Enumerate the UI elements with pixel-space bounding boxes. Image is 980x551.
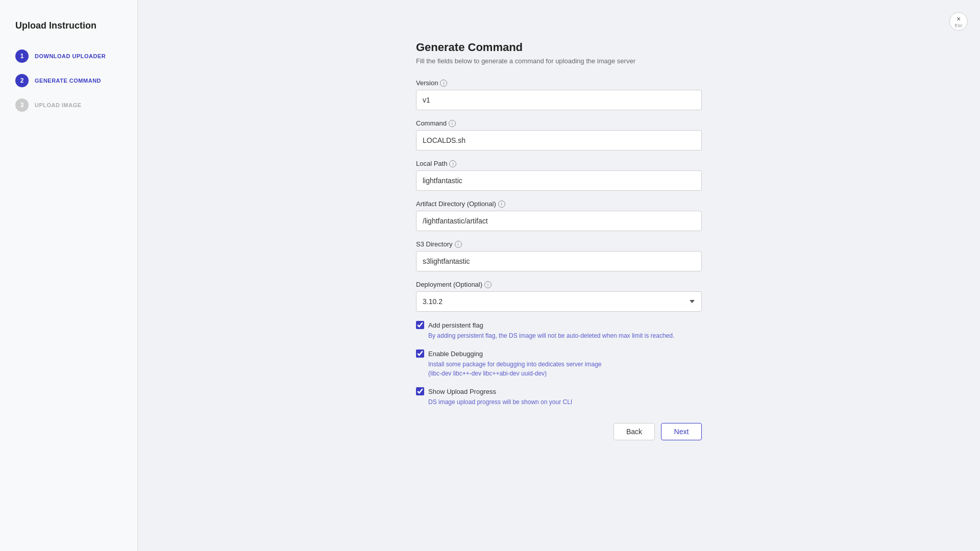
form-subtitle: Fill the fields below to generate a comm… bbox=[416, 57, 702, 65]
local-path-info-icon[interactable]: i bbox=[449, 160, 456, 167]
s3-directory-info-icon[interactable]: i bbox=[455, 241, 462, 248]
debugging-label[interactable]: Enable Debugging bbox=[428, 350, 483, 358]
debugging-group: Enable Debugging Install some package fo… bbox=[416, 349, 702, 378]
artifact-directory-input[interactable] bbox=[416, 211, 702, 231]
local-path-field-group: Local Path i bbox=[416, 160, 702, 191]
sidebar-item-download-uploader[interactable]: 1 DOWNLOAD UPLOADER bbox=[15, 49, 122, 63]
deployment-select[interactable]: 3.10.2 3.10.1 3.10.0 3.9.0 bbox=[416, 291, 702, 312]
back-button[interactable]: Back bbox=[614, 423, 655, 440]
persistent-flag-desc: By adding persistent flag, the DS image … bbox=[428, 331, 702, 340]
form-container: Generate Command Fill the fields below t… bbox=[416, 41, 702, 440]
upload-progress-group: Show Upload Progress DS image upload pro… bbox=[416, 387, 702, 407]
deployment-field-group: Deployment (Optional) i 3.10.2 3.10.1 3.… bbox=[416, 281, 702, 312]
sidebar-item-upload-image[interactable]: 3 UPLOAD IMAGE bbox=[15, 98, 122, 112]
version-input[interactable] bbox=[416, 90, 702, 110]
step-label-1: DOWNLOAD UPLOADER bbox=[35, 53, 106, 59]
debugging-desc: Install some package for debugging into … bbox=[428, 360, 702, 378]
form-title: Generate Command bbox=[416, 41, 702, 54]
artifact-directory-field-group: Artifact Directory (Optional) i bbox=[416, 200, 702, 231]
local-path-input[interactable] bbox=[416, 170, 702, 191]
persistent-flag-checkbox[interactable] bbox=[416, 321, 424, 329]
s3-directory-label: S3 Directory i bbox=[416, 240, 702, 248]
deployment-select-wrapper: 3.10.2 3.10.1 3.10.0 3.9.0 bbox=[416, 291, 702, 312]
step-circle-3: 3 bbox=[15, 98, 29, 112]
persistent-flag-group: Add persistent flag By adding persistent… bbox=[416, 321, 702, 340]
step-circle-2: 2 bbox=[15, 74, 29, 87]
sidebar-title: Upload Instruction bbox=[15, 20, 122, 31]
deployment-label: Deployment (Optional) i bbox=[416, 281, 702, 288]
version-field-group: Version i bbox=[416, 79, 702, 110]
local-path-label: Local Path i bbox=[416, 160, 702, 167]
version-label: Version i bbox=[416, 79, 702, 87]
command-input[interactable] bbox=[416, 130, 702, 151]
button-row: Back Next bbox=[416, 423, 702, 440]
sidebar-item-generate-command[interactable]: 2 GENERATE COMMAND bbox=[15, 74, 122, 87]
persistent-flag-row: Add persistent flag bbox=[416, 321, 702, 329]
step-circle-1: 1 bbox=[15, 49, 29, 63]
version-info-icon[interactable]: i bbox=[440, 80, 447, 87]
upload-progress-checkbox[interactable] bbox=[416, 387, 424, 395]
artifact-directory-info-icon[interactable]: i bbox=[498, 201, 505, 208]
command-label: Command i bbox=[416, 119, 702, 127]
artifact-directory-label: Artifact Directory (Optional) i bbox=[416, 200, 702, 208]
step-label-3: UPLOAD IMAGE bbox=[35, 102, 82, 108]
step-label-2: GENERATE COMMAND bbox=[35, 78, 101, 84]
deployment-info-icon[interactable]: i bbox=[484, 281, 492, 288]
debugging-row: Enable Debugging bbox=[416, 349, 702, 358]
s3-directory-field-group: S3 Directory i bbox=[416, 240, 702, 271]
s3-directory-input[interactable] bbox=[416, 251, 702, 271]
command-info-icon[interactable]: i bbox=[449, 120, 456, 127]
upload-progress-row: Show Upload Progress bbox=[416, 387, 702, 395]
sidebar: Upload Instruction 1 DOWNLOAD UPLOADER 2… bbox=[0, 0, 138, 551]
main-content: Generate Command Fill the fields below t… bbox=[138, 0, 980, 551]
command-field-group: Command i bbox=[416, 119, 702, 151]
next-button[interactable]: Next bbox=[661, 423, 702, 440]
upload-progress-label[interactable]: Show Upload Progress bbox=[428, 388, 496, 395]
debugging-checkbox[interactable] bbox=[416, 349, 424, 358]
upload-progress-desc: DS image upload progress will be shown o… bbox=[428, 397, 702, 407]
persistent-flag-label[interactable]: Add persistent flag bbox=[428, 321, 483, 329]
